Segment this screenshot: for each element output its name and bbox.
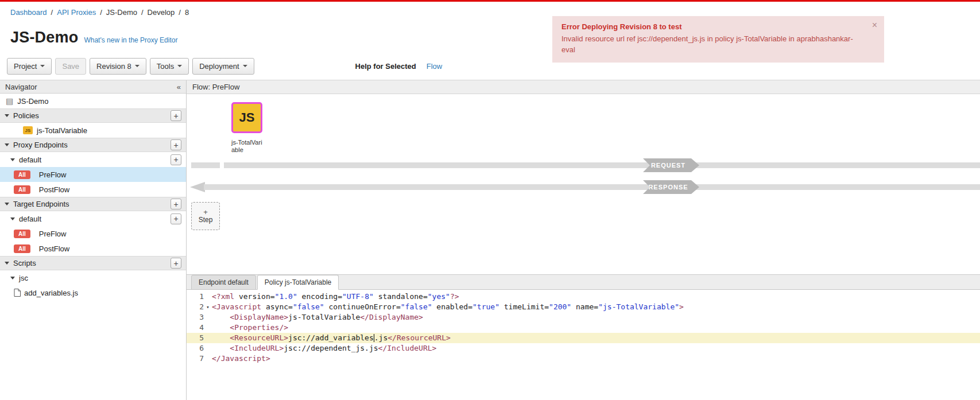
section-target-endpoints[interactable]: Target Endpoints + [0, 197, 186, 211]
code-text: <Javascript async="false" continueOnErro… [212, 302, 980, 312]
policy-node-js-totalvariable[interactable]: JS [231, 102, 262, 133]
add-policy-button[interactable]: + [171, 110, 181, 121]
add-flow-button[interactable]: + [171, 154, 181, 165]
code-line[interactable]: 4 <Properties/> [187, 323, 980, 333]
response-arrowhead-icon [190, 182, 205, 192]
policy-item-js-totalvariable[interactable]: JS js-TotalVariable [0, 123, 186, 138]
save-button[interactable]: Save [55, 58, 86, 75]
chevron-expanded-icon [5, 114, 9, 117]
chevron-expanded-icon [10, 277, 15, 279]
navigator-title: Navigator [5, 83, 37, 91]
add-step-button[interactable]: + Step [191, 202, 220, 230]
navigator-header: Navigator « [0, 80, 186, 94]
code-text: <ResourceURL>jsc://add_variables.js</Res… [212, 333, 980, 343]
code-line[interactable]: 6 <IncludeURL>jsc://dependent_js.js</Inc… [187, 343, 980, 354]
breadcrumb-dashboard[interactable]: Dashboard [10, 8, 47, 17]
flow-header: Flow: PreFlow [187, 80, 980, 94]
code-line[interactable]: 5 <ResourceURL>jsc://add_variables.js</R… [187, 333, 980, 343]
section-proxy-endpoints-label: Proxy Endpoints [13, 141, 171, 149]
section-scripts[interactable]: Scripts + [0, 256, 186, 270]
line-number: 3 [187, 312, 204, 323]
tools-dropdown[interactable]: Tools [150, 58, 189, 75]
target-preflow-item[interactable]: All PreFlow [0, 226, 186, 241]
section-policies[interactable]: Policies + [0, 108, 186, 123]
line-number: 7 [187, 354, 204, 364]
navigator-root-item[interactable]: ▤ JS-Demo [0, 94, 186, 108]
code-editor-panel: Endpoint default Policy js-TotalVariable… [187, 275, 980, 400]
script-file-add-variables[interactable]: add_variables.js [0, 285, 186, 300]
proxy-endpoint-default-label: default [19, 156, 171, 164]
code-text: <IncludeURL>jsc://dependent_js.js</Inclu… [212, 343, 980, 354]
code-text: <DisplayName>js-TotalVariable</DisplayNa… [212, 312, 980, 323]
all-conditions-badge: All [14, 170, 30, 179]
revision-dropdown[interactable]: Revision 8 [90, 58, 146, 75]
section-proxy-endpoints[interactable]: Proxy Endpoints + [0, 138, 186, 152]
code-line[interactable]: 3 <DisplayName>js-TotalVariable</Display… [187, 312, 980, 323]
breadcrumb-api-proxies[interactable]: API Proxies [57, 8, 96, 17]
line-number: 2 [187, 302, 204, 312]
add-target-endpoint-button[interactable]: + [171, 199, 181, 209]
help-for-selected-label: Help for Selected [355, 62, 416, 71]
response-arrow-label: RESPONSE [643, 180, 699, 194]
breadcrumb-proxy-name: JS-Demo [106, 8, 137, 17]
plus-icon: + [203, 208, 208, 216]
fold-gutter [204, 312, 212, 323]
flow-help-link[interactable]: Flow [427, 62, 442, 71]
fold-gutter [204, 343, 212, 354]
code-line[interactable]: 2▾<Javascript async="false" continueOnEr… [187, 302, 980, 312]
chevron-expanded-icon [5, 262, 9, 265]
fold-gutter [204, 292, 212, 302]
code-line[interactable]: 1<?xml version="1.0" encoding="UTF-8" st… [187, 292, 980, 302]
fold-gutter [204, 333, 212, 343]
add-flow-button[interactable]: + [171, 213, 181, 224]
policy-item-label: js-TotalVariable [37, 126, 87, 135]
deployment-dropdown[interactable]: Deployment [192, 58, 254, 75]
breadcrumb-separator: / [51, 8, 53, 17]
tab-policy-js-totalvariable[interactable]: Policy js-TotalVariable [257, 275, 339, 290]
save-button-label: Save [62, 62, 79, 71]
code-text: <Properties/> [212, 323, 980, 333]
collapse-sidebar-button[interactable]: « [177, 83, 181, 91]
whats-new-link[interactable]: What's new in the Proxy Editor [84, 36, 177, 44]
request-flow-line [224, 162, 980, 168]
chevron-down-icon [40, 65, 45, 67]
navigator-root-label: JS-Demo [17, 97, 48, 106]
js-policy-node-icon: JS [239, 110, 255, 125]
add-proxy-endpoint-button[interactable]: + [171, 139, 181, 150]
fold-gutter [204, 323, 212, 333]
close-icon[interactable]: × [872, 21, 877, 30]
line-number: 5 [187, 333, 204, 343]
chevron-expanded-icon [10, 158, 15, 161]
scripts-folder-jsc[interactable]: jsc [0, 270, 186, 285]
proxy-postflow-item[interactable]: All PostFlow [0, 182, 186, 197]
target-preflow-label: PreFlow [39, 230, 67, 238]
text-cursor [374, 334, 374, 342]
chevron-expanded-icon [10, 218, 15, 220]
line-number: 4 [187, 323, 204, 333]
flow-canvas[interactable]: JS js-TotalVariable REQUEST RESPONSE + S… [187, 94, 980, 275]
target-endpoint-default-label: default [19, 215, 171, 223]
content: Navigator « ▤ JS-Demo Policies + JS js-T… [0, 80, 980, 400]
script-file-label: add_variables.js [24, 289, 78, 297]
project-dropdown[interactable]: Project [7, 58, 52, 75]
main-panel: Flow: PreFlow JS js-TotalVariable REQUES… [187, 80, 980, 400]
section-policies-label: Policies [13, 111, 171, 120]
fold-marker-icon[interactable]: ▾ [204, 302, 212, 312]
code-line[interactable]: 7</Javascript> [187, 354, 980, 364]
target-endpoint-default[interactable]: default + [0, 211, 186, 226]
tab-endpoint-default[interactable]: Endpoint default [191, 275, 256, 290]
app: Dashboard / API Proxies / JS-Demo / Deve… [0, 0, 980, 400]
code-lines[interactable]: 1<?xml version="1.0" encoding="UTF-8" st… [187, 290, 980, 400]
proxy-preflow-label: PreFlow [39, 170, 67, 179]
add-script-button[interactable]: + [171, 258, 181, 269]
revision-dropdown-label: Revision 8 [96, 62, 131, 71]
chevron-expanded-icon [5, 203, 9, 205]
chevron-down-icon [243, 65, 247, 67]
proxy-endpoint-default[interactable]: default + [0, 152, 186, 167]
breadcrumb-separator: / [100, 8, 102, 17]
project-dropdown-label: Project [14, 62, 37, 71]
target-postflow-item[interactable]: All PostFlow [0, 241, 186, 256]
js-policy-icon: JS [23, 126, 33, 134]
proxy-preflow-item[interactable]: All PreFlow [0, 167, 186, 182]
chevron-expanded-icon [5, 143, 9, 146]
